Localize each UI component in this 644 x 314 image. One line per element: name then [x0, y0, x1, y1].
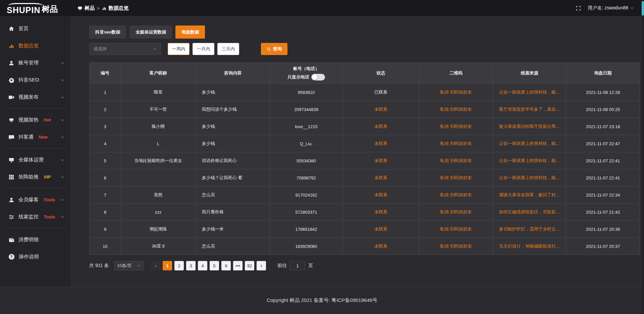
goto-page-input[interactable]: [290, 261, 305, 270]
qr-links[interactable]: 私信 扫码加好友: [440, 244, 472, 249]
chevron-down-icon: [630, 6, 634, 10]
source-link[interactable]: 让你一眼就爱上的黑科技，能...: [499, 141, 559, 146]
table-cell: 917024162: [270, 187, 343, 204]
cell-serial: 2: [104, 107, 106, 112]
source-link[interactable]: 让你一眼就爱上的黑科技，能...: [499, 158, 559, 163]
home-icon: [9, 26, 14, 32]
period-quarter-button[interactable]: 三月内: [217, 43, 239, 55]
sidebar-item-label: 矩阵助推: [18, 174, 39, 180]
qr-links[interactable]: 私信 扫码加好友: [440, 90, 472, 95]
sidebar-item-home[interactable]: 首页: [0, 20, 70, 37]
source-link[interactable]: 多功能护栏灯，适用于乡村文...: [499, 226, 559, 231]
table-row: 3狐小狸多少钱love__1215未联系私信 扫码加好友被大家追着问的客厅投影分…: [90, 118, 640, 135]
footer: Copyright 树品 2021 备案号: 粤ICP备09019646号: [0, 286, 644, 314]
monitor-icon: [9, 157, 14, 163]
qr-links[interactable]: 私信 扫码加好友: [440, 226, 472, 231]
chevron-down-icon: [60, 198, 64, 202]
source-link[interactable]: 被大家追着问的客厅投影分享...: [499, 124, 559, 129]
table-cell: 私信 扫码加好友: [419, 152, 493, 169]
cell-date: 2021-11-07 22:47: [586, 141, 620, 146]
source-link[interactable]: 感谢大家喜欢我家，被问了好...: [499, 192, 559, 197]
qr-links[interactable]: 私信 扫码加好友: [440, 158, 472, 163]
sidebar-item-omnimedia[interactable]: 全媒体运营: [0, 151, 70, 168]
tab-inquiry-data[interactable]: 询盘数据: [175, 25, 205, 39]
breadcrumb-root[interactable]: 树品: [85, 5, 95, 11]
page-button-6[interactable]: 6: [221, 261, 231, 270]
qr-links[interactable]: 私信 扫码加好友: [440, 175, 472, 180]
sidebar-item-doukerton[interactable]: 抖客通 New: [0, 128, 70, 146]
page-button-1[interactable]: 1: [163, 261, 172, 270]
table-cell: 7: [90, 187, 121, 204]
table-row: 9潮起潮落多少钱一米178651642未联系私信 扫码加好友多功能护栏灯，适用于…: [90, 221, 640, 238]
table-cell: 怎么买: [196, 187, 270, 204]
user-menu[interactable]: 用户名: zswodun88: [588, 5, 634, 11]
page-button-4[interactable]: 4: [198, 261, 207, 270]
tab-douyin-seo-data[interactable]: 抖音seo数据: [89, 25, 126, 39]
source-link[interactable]: 如何正确选择投影仪，买投影...: [499, 209, 559, 214]
table-cell: 感谢大家喜欢我家，被问了好...: [493, 187, 566, 204]
table-cell: 2021-11-08 00:25: [566, 101, 640, 118]
sidebar-item-video-heat[interactable]: 视频加热 Hot: [0, 111, 70, 128]
qr-links[interactable]: 私信 扫码加好友: [440, 124, 472, 129]
table-header-row: 编号 客户昵称 咨询内容 帐号（电话） 只显示电话: [90, 63, 640, 84]
page-button-2[interactable]: 2: [174, 261, 184, 270]
sidebar-item-lead-monitor[interactable]: 线索监控 Tools: [0, 208, 70, 225]
table-cell: 572803371: [270, 204, 343, 221]
table-cell: 无主灯设计，智能磁吸轨道灯...: [493, 238, 566, 255]
prev-page-button[interactable]: ‹: [151, 261, 160, 270]
phone-only-toggle[interactable]: [311, 74, 325, 81]
sidebar-item-member-burst[interactable]: 会员爆客 Tools: [0, 191, 70, 208]
filter-select[interactable]: 请选择: [89, 43, 161, 55]
table-cell: 被大家追着问的客厅投影分享...: [493, 118, 566, 135]
sidebar-item-douyin-seo[interactable]: 抖音SEO: [0, 71, 70, 89]
sidebar-item-help[interactable]: ? 操作说明: [0, 248, 70, 265]
next-page-button[interactable]: ›: [257, 261, 266, 270]
qr-links[interactable]: 私信 扫码加好友: [440, 209, 472, 214]
sidebar-item-data-overview[interactable]: 数据总览: [0, 37, 70, 54]
page-size-select[interactable]: 10条/页: [114, 261, 144, 270]
pager: ‹ 123456•••92 ›: [151, 261, 266, 270]
cell-content: 多少钱？让我死心 看: [202, 175, 243, 180]
col-qrcode: 二维码: [419, 63, 493, 84]
table-cell: 已联系: [342, 84, 419, 101]
qr-links[interactable]: 私信 扫码加好友: [440, 141, 472, 146]
hot-badge: Hot: [44, 117, 51, 122]
page-button-92[interactable]: 92: [245, 261, 254, 270]
sidebar-item-video-publish[interactable]: 视频发布: [0, 89, 70, 106]
source-link[interactable]: 让你一眼就爱上的黑科技，能...: [499, 175, 559, 180]
logo-text-cn: 树品: [42, 4, 58, 14]
table-cell: 潮起潮落: [121, 221, 196, 238]
fullscreen-icon[interactable]: [576, 6, 581, 11]
table-row: 7觉然怎么买917024162未联系私信 扫码加好友感谢大家喜欢我家，被问了好.…: [90, 187, 640, 204]
sidebar-item-matrix-boost[interactable]: 矩阵助推 VIP: [0, 168, 70, 186]
page-scrollbar[interactable]: [642, 0, 644, 314]
sidebar: 首页 数据总览 账号管理 抖音SEO 视频发布: [0, 16, 70, 286]
tab-omnimedia-data[interactable]: 全媒体运营数据: [129, 25, 172, 39]
qr-links[interactable]: 私信 扫码加好友: [440, 107, 472, 112]
sidebar-item-account-mgmt[interactable]: 账号管理: [0, 54, 70, 71]
scrollbar-thumb[interactable]: [642, 1, 644, 15]
period-month-button[interactable]: 一月内: [193, 43, 214, 55]
table-cell: 2021-11-07 21:42: [566, 204, 640, 221]
cell-content: 多少钱一米: [202, 226, 224, 231]
query-button[interactable]: 查询: [261, 43, 287, 55]
cell-content: 多少钱: [202, 141, 215, 146]
wallet-icon: [9, 237, 14, 243]
table-cell: Q_Liu.: [270, 135, 343, 152]
period-week-button[interactable]: 一周内: [168, 43, 190, 55]
gear-icon: [9, 77, 14, 83]
page-button-5[interactable]: 5: [210, 261, 219, 270]
pager-more-button[interactable]: •••: [233, 261, 243, 270]
source-link[interactable]: 让你一眼就爱上的黑科技，能...: [499, 90, 559, 95]
breadcrumb-separator: >: [97, 6, 100, 11]
source-link[interactable]: 客厅安装投影半年多了，真实...: [499, 107, 559, 112]
bar-chart-icon: [102, 6, 106, 10]
cell-content: 多少钱: [202, 90, 215, 95]
sidebar-item-spend-detail[interactable]: 消费明细: [0, 231, 70, 248]
page-button-3[interactable]: 3: [186, 261, 196, 270]
cell-nickname: 当地比较能吃的一位美女: [134, 158, 182, 163]
table-cell: 客厅安装投影半年多了，真实...: [493, 101, 566, 118]
source-link[interactable]: 无主灯设计，智能磁吸轨道灯...: [499, 244, 559, 249]
qr-links[interactable]: 私信 扫码加好友: [440, 192, 472, 197]
monitor-icon: [78, 6, 82, 10]
